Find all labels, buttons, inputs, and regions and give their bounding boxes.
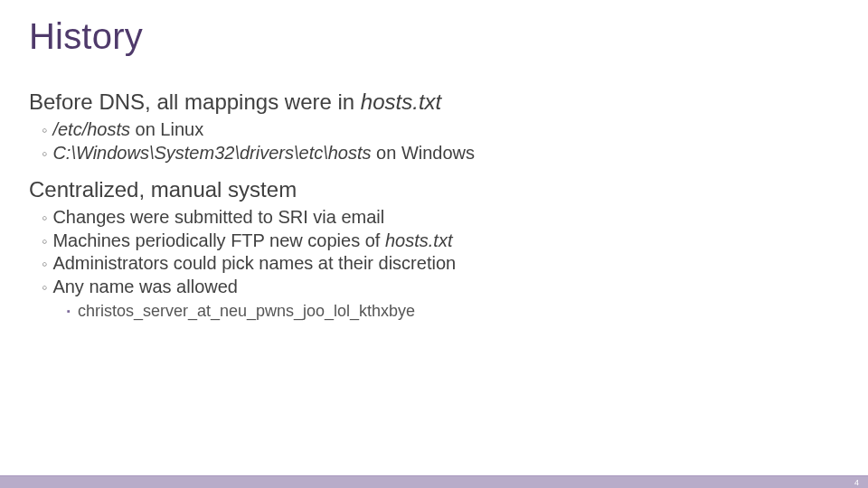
list-item-text: C:\Windows\System32\drivers\etc\hosts on…	[52, 142, 475, 165]
bullet-icon: ◦	[42, 231, 47, 252]
list-item-text: Any name was allowed	[52, 276, 238, 299]
sub-list-item: ▪ christos_server_at_neu_pwns_joo_lol_kt…	[67, 301, 839, 322]
section2-sublist: ▪ christos_server_at_neu_pwns_joo_lol_kt…	[67, 301, 839, 322]
list-item-pre: Machines periodically FTP new copies of	[52, 230, 385, 250]
slide-title: History	[29, 16, 839, 57]
bullet-icon: ◦	[42, 120, 47, 141]
slide: History Before DNS, all mappings were in…	[0, 0, 868, 488]
footer-bar: 4	[0, 475, 868, 488]
section1-list: ◦ /etc/hosts on Linux ◦ C:\Windows\Syste…	[42, 118, 839, 164]
list-item-text: Machines periodically FTP new copies of …	[52, 230, 452, 253]
list-item-em: /etc/hosts	[52, 119, 130, 139]
section-heading-1: Before DNS, all mappings were in hosts.t…	[29, 89, 839, 115]
list-item: ◦ Machines periodically FTP new copies o…	[42, 230, 839, 253]
section-heading-2: Centralized, manual system	[29, 177, 839, 202]
list-item-em: C:\Windows\System32\drivers\etc\hosts	[52, 143, 371, 163]
page-number: 4	[854, 478, 859, 487]
bullet-icon: ◦	[42, 277, 47, 298]
list-item: ◦ Changes were submitted to SRI via emai…	[42, 206, 839, 230]
sub-list-item-text: christos_server_at_neu_pwns_joo_lol_kthx…	[78, 301, 415, 322]
list-item-text: Changes were submitted to SRI via email	[52, 206, 384, 230]
bullet-icon: ◦	[42, 254, 47, 275]
list-item-em: hosts.txt	[385, 230, 452, 250]
section2-list: ◦ Changes were submitted to SRI via emai…	[42, 206, 839, 322]
list-item: ◦ /etc/hosts on Linux	[42, 118, 839, 142]
bullet-icon: ◦	[42, 144, 47, 164]
list-item: ◦ Any name was allowed	[42, 276, 839, 299]
list-item: ◦ Administrators could pick names at the…	[42, 252, 839, 276]
list-item-post: on Windows	[372, 143, 476, 163]
list-item-text: /etc/hosts on Linux	[52, 118, 203, 142]
list-item-text: Administrators could pick names at their…	[52, 252, 456, 276]
list-item: ◦ C:\Windows\System32\drivers\etc\hosts …	[42, 142, 839, 165]
list-item-post: on Linux	[130, 119, 203, 139]
section1-em: hosts.txt	[361, 89, 441, 114]
square-bullet-icon: ▪	[67, 305, 71, 317]
bullet-icon: ◦	[42, 208, 47, 229]
section1-text: Before DNS, all mappings were in	[29, 89, 361, 114]
